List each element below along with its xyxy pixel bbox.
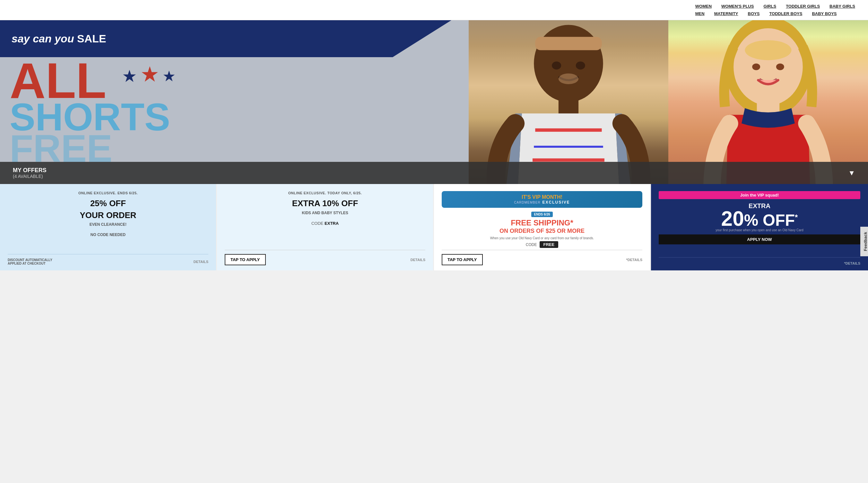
card3-tap-apply-button[interactable]: TAP TO APPLY [442, 254, 483, 265]
card2-details-link[interactable]: DETAILS [410, 258, 425, 262]
nav-item-baby-boys[interactable]: BABY BOYS [812, 11, 837, 16]
star-icon-3: ★ [162, 67, 176, 85]
card4-big-offer: 20% OFF* [659, 210, 860, 228]
card3-details-link[interactable]: *DETAILS [626, 258, 642, 262]
person2-silhouette [668, 20, 868, 184]
star-icon-1: ★ [122, 66, 137, 86]
svg-point-2 [552, 62, 561, 70]
my-offers-bar[interactable]: MY OFFERS (4 AVAILABLE) ▼ [0, 162, 868, 184]
svg-rect-1 [535, 37, 601, 50]
nav-item-women[interactable]: WOMEN [695, 4, 712, 9]
nav-item-boys[interactable]: BOYS [748, 11, 760, 16]
card3-vip-month: IT'S VIP MONTH! [445, 194, 639, 200]
hero-free-text: FREE [10, 133, 170, 164]
svg-rect-4 [559, 99, 579, 116]
hero-blue-banner: say can you SALE [0, 20, 451, 57]
card2-subtitle: ONLINE EXCLUSIVE. TODAY ONLY, 6/25. [225, 191, 425, 195]
card1-sub: EVEN CLEARANCE! [8, 222, 208, 227]
offers-row: ONLINE EXCLUSIVE. ENDS 6/25. 25% OFF YOU… [0, 184, 868, 270]
svg-point-12 [734, 28, 803, 105]
card3-vip-header: IT'S VIP MONTH! CARDMEMBER EXCLUSIVE [442, 191, 642, 208]
card3-code-value: FREE [539, 241, 559, 248]
card4-details-link[interactable]: *DETAILS [844, 262, 860, 265]
nav-item-womens-plus[interactable]: WOMEN'S PLUS [721, 4, 754, 9]
offer-card-1: ONLINE EXCLUSIVE. ENDS 6/25. 25% OFF YOU… [0, 184, 217, 270]
nav-rows: WOMEN WOMEN'S PLUS GIRLS TODDLER GIRLS B… [695, 4, 855, 16]
card1-main-line1: 25% OFF [8, 199, 208, 208]
card3-code-row: CODE FREE [442, 241, 642, 248]
svg-point-0 [534, 25, 603, 102]
hero-photo-area [469, 20, 868, 184]
card3-cardmember: CARDMEMBER [514, 201, 540, 204]
hero-banner: say can you SALE ★ ★ ★ ALL SHORTS FREE [0, 20, 868, 184]
nav-row-2: MEN MATERNITY BOYS TODDLER BOYS BABY BOY… [695, 11, 855, 16]
my-offers-info: MY OFFERS (4 AVAILABLE) [13, 167, 46, 179]
card4-footer: *DETAILS [659, 257, 860, 265]
svg-point-18 [745, 40, 791, 60]
hero-person2 [668, 20, 868, 184]
card2-main-line2: KIDS AND BABY STYLES [225, 211, 425, 215]
card4-join-vip-banner: Join the VIP squad! [659, 191, 860, 199]
card3-free-shipping-line2: ON ORDERS OF $25 OR MORE [442, 228, 642, 234]
nav-row-1: WOMEN WOMEN'S PLUS GIRLS TODDLER GIRLS B… [695, 4, 855, 9]
my-offers-label: MY OFFERS [13, 167, 46, 174]
hero-stars: ★ ★ ★ [122, 65, 176, 87]
svg-point-13 [752, 64, 760, 70]
card1-code-label: NO CODE NEEDED [8, 233, 208, 237]
card3-code-label: CODE [526, 242, 537, 247]
chevron-down-icon: ▼ [848, 169, 855, 177]
offer-card-3: IT'S VIP MONTH! CARDMEMBER EXCLUSIVE END… [434, 184, 651, 270]
hero-person1 [469, 20, 668, 184]
card1-auto-applied: DISCOUNT AUTOMATICALLYAPPLIED AT CHECKOU… [8, 258, 52, 265]
card2-footer: TAP TO APPLY DETAILS [225, 250, 425, 265]
card2-code-row: CODE EXTRA [225, 221, 425, 226]
card3-when-text: When you use your Old Navy Card or any c… [442, 236, 642, 240]
card1-details-link[interactable]: DETAILS [193, 260, 208, 264]
my-offers-count: (4 AVAILABLE) [13, 174, 46, 179]
card3-free-shipping: FREE SHIPPING* [442, 219, 642, 227]
star-icon-2: ★ [140, 62, 159, 87]
card3-footer: TAP TO APPLY *DETAILS [442, 250, 642, 265]
card3-ends-badge: ENDS 6/26 [531, 212, 553, 217]
svg-point-3 [576, 62, 585, 70]
svg-point-10 [559, 73, 579, 84]
person1-silhouette [469, 20, 668, 184]
card2-tap-apply-button[interactable]: TAP TO APPLY [225, 254, 266, 265]
card4-off-label: % OFF* [744, 211, 798, 229]
nav-item-men[interactable]: MEN [695, 11, 705, 16]
nav-item-girls[interactable]: GIRLS [763, 4, 776, 9]
card4-big-number: 20 [721, 207, 744, 230]
card2-main-line1: EXTRA 10% OFF [225, 199, 425, 208]
nav-item-baby-girls[interactable]: BABY GIRLS [830, 4, 855, 9]
svg-point-14 [776, 64, 784, 70]
card1-main-line2: YOUR ORDER [8, 211, 208, 220]
card4-extra-label: EXTRA [659, 202, 860, 210]
card4-fine-print: your first purchase when you open and us… [659, 228, 860, 232]
nav-item-toddler-boys[interactable]: TODDLER BOYS [769, 11, 802, 16]
hero-sale-text: say can you SALE [11, 32, 106, 45]
card4-apply-now-button[interactable]: APPLY NOW [659, 235, 860, 244]
card1-subtitle: ONLINE EXCLUSIVE. ENDS 6/25. [8, 191, 208, 195]
nav-item-toddler-girls[interactable]: TODDLER GIRLS [786, 4, 820, 9]
card1-footer: DISCOUNT AUTOMATICALLYAPPLIED AT CHECKOU… [8, 254, 208, 265]
offer-card-2: ONLINE EXCLUSIVE. TODAY ONLY, 6/25. EXTR… [217, 184, 434, 270]
offer-card-4: Join the VIP squad! EXTRA 20% OFF* your … [651, 184, 868, 270]
navigation: WOMEN WOMEN'S PLUS GIRLS TODDLER GIRLS B… [0, 0, 868, 20]
feedback-tab[interactable]: Feedback [861, 227, 868, 256]
card3-exclusive: EXCLUSIVE [542, 200, 570, 205]
nav-item-maternity[interactable]: MATERNITY [714, 11, 738, 16]
